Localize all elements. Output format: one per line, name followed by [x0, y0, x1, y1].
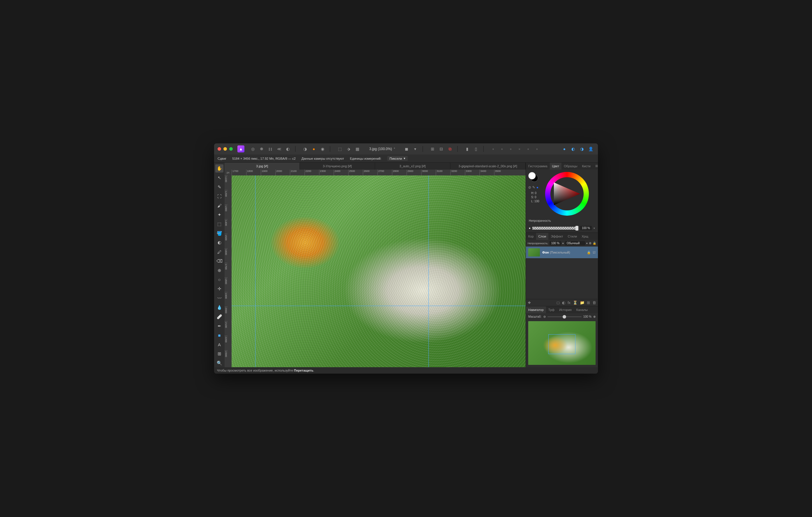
group-icon[interactable]: 📁 — [580, 301, 584, 305]
selection-marquee-icon[interactable]: ⬚ — [336, 145, 344, 153]
tab-navigator[interactable]: Навигатор — [526, 306, 546, 313]
hand-tool[interactable]: ✋ — [215, 164, 224, 173]
preview-icon[interactable]: ◑ — [578, 145, 586, 153]
inpainting-tool[interactable]: ✢ — [215, 285, 224, 293]
chevron-down-icon[interactable]: ▾ — [562, 242, 564, 245]
align-middle-icon[interactable]: ▫ — [524, 145, 532, 153]
guides-icon[interactable]: ⊟ — [437, 145, 445, 153]
color-wheel[interactable] — [545, 172, 589, 216]
tab-brushes[interactable]: Кисти — [580, 163, 593, 170]
adjustment-bw-icon[interactable]: ◑ — [301, 145, 309, 153]
crop-icon[interactable]: ◼ — [403, 145, 410, 153]
healing-tool[interactable]: 🩹 — [215, 313, 224, 321]
persona-photo-icon[interactable]: ◎ — [249, 145, 257, 153]
live-filter-icon[interactable]: ⏳ — [573, 301, 578, 305]
fx-icon[interactable]: fx — [568, 301, 571, 305]
tab-adjustments[interactable]: Кор — [526, 233, 536, 240]
tab-color[interactable]: Цвет — [550, 163, 562, 170]
tab-histogram[interactable]: Гистограмма — [526, 163, 550, 170]
maximize-window-button[interactable] — [229, 147, 233, 151]
document-tab[interactable]: 3-Улучшено.png [И] — [300, 163, 375, 170]
document-tab[interactable]: 3_auto_x2.png [И] — [375, 163, 450, 170]
layer-item[interactable]: Фон (Пиксельный) 🔒 ☑ — [526, 247, 598, 258]
persona-liquify-icon[interactable]: ❋ — [258, 145, 265, 153]
align-bottom-icon[interactable]: ▫ — [533, 145, 541, 153]
delete-layer-icon[interactable]: 🗑 — [592, 301, 596, 305]
document-tab[interactable]: 3.jpg [И] — [225, 163, 300, 170]
tab-channels[interactable]: Каналы — [574, 306, 590, 313]
marquee-tool[interactable]: ⬚ — [215, 220, 224, 228]
selection-refine-icon[interactable]: ⬗ — [345, 145, 352, 153]
color-picker-tool[interactable]: ✎ — [215, 183, 224, 191]
paint-brush-tool[interactable]: 🖊 — [215, 248, 224, 256]
align-center-icon[interactable]: ▫ — [498, 145, 506, 153]
move-tool[interactable]: ↖ — [215, 174, 224, 182]
tab-styles[interactable]: Стили — [566, 233, 580, 240]
color-triangle[interactable] — [554, 182, 580, 205]
visibility-checkbox[interactable]: ☑ — [593, 251, 596, 254]
erase-tool[interactable]: ⌫ — [215, 257, 224, 265]
blend-ranges-icon[interactable]: ❖ — [528, 301, 531, 305]
magic-wand-tool[interactable]: ✦ — [215, 211, 224, 219]
horizontal-ruler[interactable]: 1700180019002000210022002300240025002600… — [232, 170, 526, 176]
ruler-unit-label[interactable]: px — [225, 170, 232, 176]
persona-export-icon[interactable]: ◐ — [284, 145, 292, 153]
no-color-icon[interactable]: ⊘ — [528, 185, 531, 189]
zoom-slider[interactable] — [547, 316, 582, 317]
vertical-guide[interactable] — [255, 176, 256, 367]
adjustment-icon[interactable]: ◐ — [562, 301, 565, 305]
layer-opacity-value[interactable]: 100 % — [550, 241, 561, 245]
vertical-ruler[interactable]: 1100120013001400150016001700180019002000… — [225, 176, 232, 367]
align-top-icon[interactable]: ▫ — [516, 145, 523, 153]
blend-mode-dropdown[interactable]: Обычный — [565, 241, 585, 245]
dodge-tool[interactable]: ○ — [215, 276, 224, 284]
eyedropper-icon[interactable]: ✎ — [532, 185, 535, 189]
align-right-icon[interactable]: ▫ — [507, 145, 515, 153]
lock-icon[interactable]: 🔒 — [587, 251, 591, 254]
color-swatch-pair[interactable] — [528, 172, 539, 182]
tab-layers[interactable]: Слои — [536, 233, 549, 240]
assistant-icon[interactable]: ◐ — [569, 145, 577, 153]
recent-color-icon[interactable]: ● — [536, 185, 539, 189]
pen-tool[interactable]: ✒ — [215, 322, 224, 330]
flood-fill-tool[interactable]: 🪣 — [215, 230, 224, 238]
zoom-out-button[interactable]: ⊖ — [543, 315, 546, 318]
close-window-button[interactable] — [218, 147, 221, 151]
adjustment-levels-icon[interactable]: ● — [310, 145, 318, 153]
foreground-color-swatch[interactable] — [528, 172, 536, 180]
gear-icon[interactable]: ⚙ — [589, 242, 591, 245]
tab-noise[interactable]: Хрщ — [579, 233, 591, 240]
snap-icon[interactable]: ⧉ — [446, 145, 454, 153]
zoom-value[interactable]: 100 % — [583, 315, 591, 318]
persona-develop-icon[interactable]: ⫿⫿ — [267, 145, 274, 153]
rectangle-tool[interactable]: ■ — [215, 331, 224, 339]
smudge-tool[interactable]: 〰 — [215, 294, 224, 302]
dropdown-icon[interactable]: ▾ — [411, 145, 419, 153]
horizontal-guide[interactable] — [232, 306, 526, 306]
zoom-tool[interactable]: 🔍 — [215, 359, 224, 367]
account-icon[interactable]: 👤 — [587, 145, 594, 153]
navigator-viewport-rect[interactable] — [548, 334, 575, 354]
selection-mask-icon[interactable]: ▦ — [353, 145, 361, 153]
align-left-icon[interactable]: ▫ — [489, 145, 497, 153]
mesh-warp-tool[interactable]: ⊞ — [215, 350, 224, 358]
tab-swatches[interactable]: Образцы — [561, 163, 580, 170]
selection-brush-tool[interactable]: 🖌 — [215, 202, 224, 210]
navigator-preview[interactable] — [528, 321, 596, 365]
tab-history[interactable]: История — [557, 306, 574, 313]
opacity-slider[interactable] — [532, 227, 578, 230]
tab-effects[interactable]: Эффект — [548, 233, 565, 240]
opacity-dropdown-icon[interactable]: ▾ — [593, 227, 595, 230]
arrange-back-icon[interactable]: ▯ — [472, 145, 480, 153]
minimize-window-button[interactable] — [224, 147, 227, 151]
zoom-in-button[interactable]: ⊕ — [593, 315, 596, 318]
mask-icon[interactable]: ◻ — [556, 301, 560, 305]
canvas[interactable] — [232, 176, 526, 367]
persona-tone-icon[interactable]: ≪ — [276, 145, 283, 153]
tab-transform[interactable]: Трф — [546, 306, 557, 313]
units-dropdown[interactable]: Пиксели▾ — [387, 156, 408, 161]
add-layer-icon[interactable]: ⊞ — [587, 301, 590, 305]
opacity-value[interactable]: 100 % — [580, 226, 592, 230]
chevron-down-icon[interactable]: ▾ — [586, 242, 588, 245]
gradient-tool[interactable]: ◐ — [215, 239, 224, 247]
